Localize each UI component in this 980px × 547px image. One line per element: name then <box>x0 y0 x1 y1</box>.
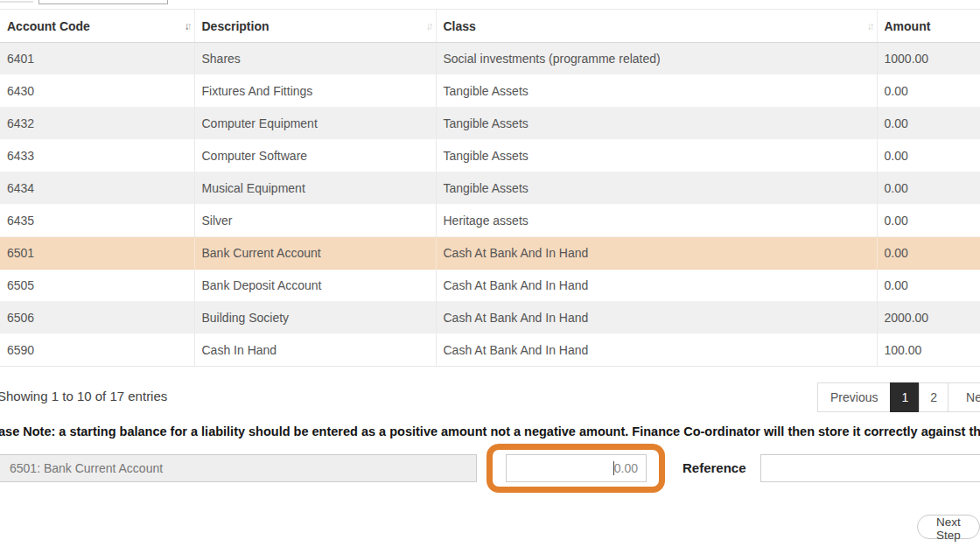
column-header-description[interactable]: Description↓↑ <box>194 10 436 43</box>
column-header-class[interactable]: Class↓↑ <box>436 10 877 43</box>
cell-account-code: 6505 <box>0 270 194 302</box>
reference-label: Reference <box>682 460 746 475</box>
column-label: Description <box>202 19 270 33</box>
cell-amount: 0.00 <box>877 205 980 237</box>
table-row[interactable]: 6501 Bank Current Account Cash At Bank A… <box>0 237 980 270</box>
cell-description: Computer Equipment <box>194 108 436 140</box>
page-button-1[interactable]: 1 <box>890 382 920 412</box>
search-input[interactable] <box>38 0 168 4</box>
cell-class: Social investments (programme related) <box>436 43 877 75</box>
cell-amount: 0.00 <box>877 108 980 140</box>
sort-icon: ↓↑ <box>426 20 431 32</box>
cell-amount: 0.00 <box>877 270 980 302</box>
cell-amount: 2000.00 <box>877 302 980 334</box>
cell-description: Building Society <box>194 302 436 334</box>
entries-summary: Showing 1 to 10 of 17 entries <box>0 389 167 403</box>
cell-class: Heritage assets <box>436 205 877 237</box>
cell-account-code: 6434 <box>0 172 194 205</box>
cell-account-code: 6433 <box>0 140 194 172</box>
cell-account-code: 6401 <box>0 43 194 75</box>
cell-class: Tangible Assets <box>436 172 877 205</box>
cell-amount: 0.00 <box>877 237 980 270</box>
table-row[interactable]: 6433 Computer Software Tangible Assets 0… <box>0 140 980 172</box>
cell-description: Bank Current Account <box>194 237 436 270</box>
cell-description: Computer Software <box>194 140 436 172</box>
liability-note: ase Note: a starting balance for a liabi… <box>0 424 980 438</box>
page-button-2[interactable]: 2 <box>919 382 948 412</box>
cell-description: Bank Deposit Account <box>194 270 436 302</box>
cell-amount: 0.00 <box>877 172 980 205</box>
table-row[interactable]: 6430 Fixtures And Fittings Tangible Asse… <box>0 75 980 108</box>
cell-account-code: 6432 <box>0 108 194 140</box>
cell-class: Tangible Assets <box>436 140 877 172</box>
table-row[interactable]: 6590 Cash In Hand Cash At Bank And In Ha… <box>0 334 980 367</box>
cell-class: Cash At Bank And In Hand <box>436 334 877 367</box>
cell-amount: 100.00 <box>877 334 980 367</box>
text-caret <box>613 461 614 475</box>
search-label-remnant <box>0 1 33 3</box>
cell-description: Fixtures And Fittings <box>194 75 436 108</box>
cell-account-code: 6501 <box>0 237 194 270</box>
cell-description: Shares <box>194 43 436 75</box>
column-label: Amount <box>885 19 931 33</box>
table-row[interactable]: 6401 Shares Social investments (programm… <box>0 43 980 75</box>
next-button[interactable]: Next <box>948 382 980 412</box>
cell-class: Cash At Bank And In Hand <box>436 270 877 302</box>
table-row[interactable]: 6434 Musical Equipment Tangible Assets 0… <box>0 172 980 205</box>
column-label: Class <box>444 19 476 33</box>
accounts-table: Account Code↓↑Description↓↑Class↓↑Amount… <box>0 9 980 367</box>
cell-amount: 0.00 <box>877 75 980 108</box>
cell-account-code: 6435 <box>0 205 194 237</box>
cell-description: Cash In Hand <box>194 334 436 367</box>
cell-amount: 0.00 <box>877 140 980 172</box>
cell-class: Tangible Assets <box>436 75 877 108</box>
table-row[interactable]: 6505 Bank Deposit Account Cash At Bank A… <box>0 270 980 302</box>
cell-amount: 1000.00 <box>877 43 980 75</box>
table-row[interactable]: 6506 Building Society Cash At Bank And I… <box>0 302 980 334</box>
sort-icon: ↓↑ <box>185 20 190 32</box>
previous-button[interactable]: Previous <box>817 382 891 412</box>
table-row[interactable]: 6435 Silver Heritage assets 0.00 <box>0 205 980 237</box>
cell-class: Cash At Bank And In Hand <box>436 237 877 270</box>
cell-description: Musical Equipment <box>194 172 436 205</box>
amount-input[interactable] <box>506 454 647 482</box>
column-header-amount[interactable]: Amount <box>877 10 980 43</box>
cell-description: Silver <box>194 205 436 237</box>
reference-input[interactable] <box>760 454 980 482</box>
cell-account-code: 6430 <box>0 75 194 108</box>
cell-class: Cash At Bank And In Hand <box>436 302 877 334</box>
table-header-row: Account Code↓↑Description↓↑Class↓↑Amount <box>0 10 980 43</box>
next-step-button[interactable]: Next Step <box>917 515 980 539</box>
account-field <box>0 454 477 482</box>
column-header-account-code[interactable]: Account Code↓↑ <box>0 10 194 43</box>
cell-account-code: 6590 <box>0 334 194 367</box>
cell-class: Tangible Assets <box>436 108 877 140</box>
sort-icon: ↓↑ <box>867 20 872 32</box>
column-label: Account Code <box>7 19 90 33</box>
pagination: Previous 12 Next <box>818 382 980 412</box>
table-row[interactable]: 6432 Computer Equipment Tangible Assets … <box>0 108 980 140</box>
cell-account-code: 6506 <box>0 302 194 334</box>
